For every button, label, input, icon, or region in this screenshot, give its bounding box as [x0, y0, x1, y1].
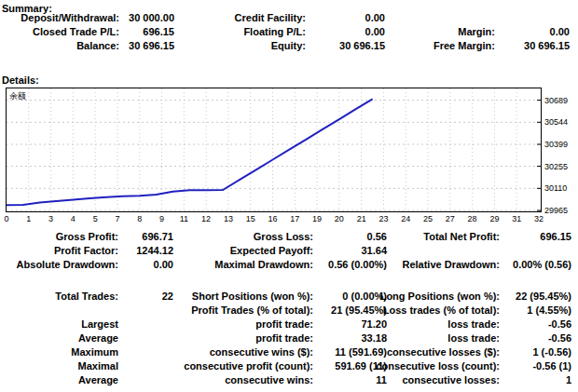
equity-value: 30 696.15: [339, 40, 385, 51]
profit-factor-value: 1244.12: [136, 245, 173, 256]
consecutive-wins-money-value: 11 (591.69): [335, 346, 387, 358]
avg-consecutive-losses-label: consecutive losses:: [402, 374, 500, 385]
free-margin-label: Free Margin:: [434, 40, 495, 51]
relative-drawdown-value: 0.00% (0.56): [513, 259, 571, 270]
floating-pl-label: Floating P/L:: [243, 26, 306, 37]
x-axis-tick-label: 20: [335, 214, 344, 223]
details-row: Average profit trade: 33.18 loss trade: …: [0, 332, 578, 346]
profit-trades-value: 21 (95.45%): [331, 304, 387, 316]
absolute-drawdown-label: Absolute Drawdown:: [17, 259, 118, 270]
loss-trades-value: 1 (4.55%): [527, 304, 571, 316]
average-profit-trade-label: profit trade:: [255, 332, 313, 344]
profit-trades-label: Profit Trades (% of total):: [191, 304, 313, 316]
deposit-withdrawal-label: Deposit/Withdrawal:: [21, 12, 119, 23]
avg-consecutive-wins-label: consecutive wins:: [225, 374, 313, 385]
x-axis-tick-label: 17: [290, 214, 299, 223]
x-axis-tick-label: 19: [312, 214, 322, 223]
x-axis-tick-label: 27: [446, 214, 455, 223]
y-axis-tick-label: 30689: [544, 96, 568, 105]
y-axis-tick-label: 30544: [544, 117, 568, 127]
credit-facility-value: 0.00: [365, 12, 385, 23]
balance-value: 30 696.15: [129, 40, 174, 51]
maximal-row-label: Maximal: [78, 360, 118, 372]
total-trades-label: Total Trades:: [55, 291, 118, 302]
gross-profit-label: Gross Profit:: [56, 231, 118, 242]
x-axis-tick-label: 16: [268, 214, 277, 223]
average-profit-trade-value: 33.18: [361, 332, 387, 344]
details-heading: Details:: [2, 74, 39, 86]
largest-profit-trade-label: profit trade:: [255, 318, 313, 330]
free-margin-value: 30 696.15: [524, 40, 570, 51]
chart-border: [7, 88, 542, 212]
details-row: Average consecutive wins: 11 consecutive…: [0, 374, 578, 388]
x-axis-tick-label: 25: [423, 214, 433, 223]
summary-row: Closed Trade P/L: 696.15 Floating P/L: 0…: [0, 26, 578, 40]
gross-loss-label: Gross Loss:: [254, 231, 313, 242]
profit-factor-label: Profit Factor:: [54, 245, 118, 256]
closed-trade-pl-value: 696.15: [143, 26, 174, 37]
account-statement-report: Summary: Deposit/Withdrawal: 30 000.00 C…: [0, 0, 578, 392]
x-axis-tick-label: 28: [468, 214, 477, 223]
summary-row: Deposit/Withdrawal: 30 000.00 Credit Fac…: [0, 12, 578, 26]
maximum-row-label: Maximum: [71, 346, 118, 358]
relative-drawdown-label: Relative Drawdown:: [402, 259, 500, 270]
average-row-label: Average: [78, 374, 118, 385]
margin-label: Margin:: [458, 26, 495, 37]
details-row: Total Trades: 22 Short Positions (won %)…: [0, 291, 578, 304]
x-axis-tick-label: 23: [378, 214, 388, 223]
expected-payoff-value: 31.64: [361, 245, 387, 256]
x-axis-tick-label: 12: [201, 214, 211, 223]
consecutive-loss-count-value: -0.56 (1): [532, 360, 571, 372]
details-row: Gross Profit: 696.71 Gross Loss: 0.56 To…: [0, 231, 578, 245]
y-axis-tick-label: 29965: [544, 206, 568, 215]
absolute-drawdown-value: 0.00: [154, 259, 173, 270]
average-row-label: Average: [78, 332, 118, 344]
summary-row: Balance: 30 696.15 Equity: 30 696.15 Fre…: [0, 40, 578, 54]
details-row: Profit Trades (% of total): 21 (95.45%) …: [0, 304, 578, 318]
closed-trade-pl-label: Closed Trade P/L:: [33, 26, 119, 37]
total-net-profit-label: Total Net Profit:: [423, 231, 500, 242]
long-positions-label: Long Positions (won %):: [380, 291, 500, 302]
x-axis-tick-label: 4: [71, 214, 76, 223]
x-axis-tick-label: 9: [159, 214, 164, 223]
average-loss-trade-label: loss trade:: [447, 332, 500, 344]
balance-chart: 余额: [6, 88, 542, 212]
gross-loss-value: 0.56: [367, 231, 387, 242]
x-axis-tick-label: 21: [357, 214, 366, 223]
deposit-withdrawal-value: 30 000.00: [129, 12, 174, 23]
details-row: Maximum consecutive wins ($): 11 (591.69…: [0, 346, 578, 360]
y-axis-tick-label: 30110: [544, 183, 567, 193]
x-axis-tick-label: 29: [489, 214, 499, 223]
x-axis-tick-label: 31: [512, 214, 521, 223]
maximal-drawdown-label: Maximal Drawdown:: [214, 259, 313, 270]
margin-value: 0.00: [550, 26, 570, 37]
consecutive-wins-money-label: consecutive wins ($):: [210, 346, 313, 358]
loss-trades-label: Loss trades (% of total):: [383, 304, 500, 316]
long-positions-value: 22 (95.45%): [516, 291, 571, 302]
balance-label: Balance:: [76, 40, 119, 51]
largest-profit-trade-value: 71.20: [361, 318, 387, 330]
equity-label: Equity:: [271, 40, 306, 51]
credit-facility-label: Credit Facility:: [235, 12, 306, 23]
balance-line: [7, 99, 373, 205]
short-positions-label: Short Positions (won %):: [192, 291, 313, 302]
balance-line-chart: [6, 88, 542, 212]
largest-loss-trade-label: loss trade:: [447, 318, 500, 330]
x-axis-tick-label: 32: [534, 214, 544, 223]
gross-profit-value: 696.71: [142, 231, 173, 242]
consecutive-loss-count-label: consecutive loss (count):: [376, 360, 500, 372]
avg-consecutive-wins-value: 11: [376, 374, 387, 385]
chart-series-label: 余额: [9, 90, 26, 102]
total-trades-value: 22: [162, 291, 173, 302]
x-axis-tick-label: 11: [180, 214, 188, 223]
x-axis-tick-label: 24: [401, 214, 410, 223]
consecutive-losses-money-value: 1 (-0.56): [532, 346, 571, 358]
y-axis-tick-label: 30255: [544, 162, 568, 171]
x-axis-tick-label: 13: [224, 214, 233, 223]
consecutive-losses-money-label: consecutive losses ($):: [387, 346, 500, 358]
consecutive-profit-count-label: consecutive profit (count):: [184, 360, 313, 372]
average-loss-trade-value: -0.56: [548, 332, 571, 344]
avg-consecutive-losses-value: 1: [566, 374, 571, 385]
maximal-drawdown-value: 0.56 (0.00%): [328, 259, 387, 270]
largest-row-label: Largest: [81, 318, 118, 330]
